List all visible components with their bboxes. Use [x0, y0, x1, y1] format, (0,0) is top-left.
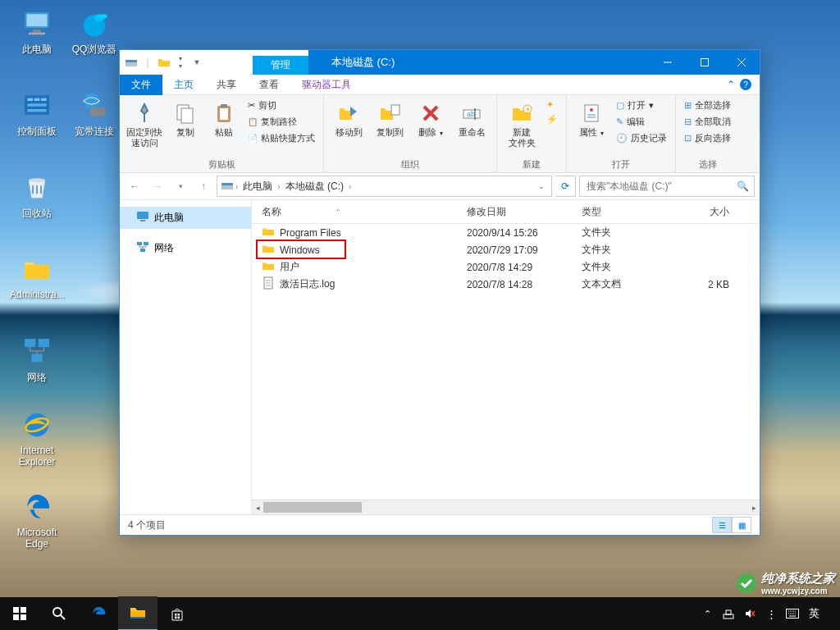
- column-size[interactable]: 大小: [672, 205, 729, 219]
- select-all-button[interactable]: ⊞全部选择: [681, 98, 734, 113]
- cut-button[interactable]: ✂剪切: [244, 98, 318, 113]
- open-button[interactable]: ▢打开 ▾: [613, 98, 670, 113]
- scrollbar-thumb[interactable]: [263, 502, 362, 513]
- chevron-right-icon[interactable]: ›: [235, 182, 238, 191]
- tray-ime-options-icon[interactable]: ⋮: [765, 607, 778, 620]
- move-to-button[interactable]: 移动到: [329, 98, 368, 139]
- taskbar-explorer[interactable]: [118, 596, 158, 630]
- desktop-icon-control-panel[interactable]: 控制面板: [10, 89, 64, 139]
- refresh-button[interactable]: ⟳: [555, 176, 576, 197]
- address-dropdown-icon[interactable]: ⌄: [535, 182, 548, 190]
- file-row[interactable]: 激活日志.log2020/7/8 14:28文本文档2 KB: [252, 276, 760, 293]
- desktop-icon-edge[interactable]: Microsoft Edge: [10, 491, 64, 550]
- back-button[interactable]: ←: [125, 176, 144, 196]
- new-item-button[interactable]: ✦: [543, 98, 561, 112]
- svg-point-13: [84, 93, 100, 109]
- scroll-left-icon[interactable]: ◂: [252, 500, 263, 514]
- column-date[interactable]: 修改日期: [467, 205, 582, 219]
- desktop-icon-ie[interactable]: Internet Explorer: [10, 409, 64, 468]
- file-row[interactable]: 用户2020/7/8 14:29文件夹: [252, 258, 760, 276]
- icons-view-button[interactable]: ▦: [732, 517, 751, 533]
- taskbar-store[interactable]: [158, 597, 197, 630]
- close-button[interactable]: [723, 50, 760, 75]
- svg-point-15: [29, 178, 45, 182]
- tray-ime-indicator[interactable]: 英: [807, 607, 820, 620]
- rename-button[interactable]: ab重命名: [452, 98, 491, 139]
- context-tab-manage[interactable]: 管理: [253, 56, 308, 75]
- folder-icon: [262, 259, 275, 275]
- search-box[interactable]: 🔍: [579, 176, 755, 197]
- invert-selection-button[interactable]: ⊡反向选择: [681, 130, 734, 146]
- tab-home[interactable]: 主页: [162, 75, 205, 95]
- start-button[interactable]: [0, 597, 39, 630]
- search-input[interactable]: [585, 180, 737, 193]
- taskbar-edge[interactable]: [79, 597, 118, 630]
- chevron-right-icon[interactable]: ›: [349, 182, 351, 191]
- copy-button[interactable]: 复制: [166, 98, 205, 139]
- maximize-button[interactable]: [686, 50, 723, 75]
- scroll-right-icon[interactable]: ▸: [748, 500, 760, 514]
- svg-rect-11: [27, 103, 46, 106]
- desktop-icon-label: 网络: [27, 372, 47, 383]
- chevron-right-icon[interactable]: ›: [277, 182, 280, 191]
- titlebar[interactable]: | ▾▾ ▼ 管理 本地磁盘 (C:): [120, 50, 760, 75]
- desktop-icon-this-pc[interactable]: 此电脑: [10, 7, 64, 57]
- tab-share[interactable]: 共享: [205, 75, 248, 95]
- tray-chevron-up-icon[interactable]: ⌃: [701, 607, 714, 620]
- paste-button[interactable]: 粘贴: [207, 98, 241, 139]
- svg-rect-68: [724, 614, 733, 619]
- tab-view[interactable]: 查看: [248, 75, 290, 95]
- rename-icon: ab: [454, 99, 490, 127]
- edit-button[interactable]: ✎编辑: [613, 114, 670, 130]
- desktop-icon-recycle-bin[interactable]: 回收站: [10, 171, 64, 221]
- qq-browser-icon: [78, 7, 111, 39]
- file-name: 激活日志.log: [280, 277, 335, 291]
- properties-button[interactable]: 属性 ▾: [572, 98, 611, 140]
- easy-access-button[interactable]: ⚡: [543, 112, 561, 126]
- column-name[interactable]: 名称⌃: [262, 205, 467, 219]
- horizontal-scrollbar[interactable]: ◂ ▸: [252, 500, 760, 514]
- copy-path-button[interactable]: 📋复制路径: [244, 114, 318, 130]
- copy-to-button[interactable]: 复制到: [370, 98, 409, 139]
- copyto-icon: [372, 99, 408, 127]
- navigation-pane[interactable]: 此电脑 网络: [120, 200, 252, 514]
- details-view-button[interactable]: ☰: [712, 517, 732, 533]
- collapse-ribbon-icon[interactable]: ⌃: [727, 79, 735, 90]
- up-button[interactable]: ↑: [194, 176, 213, 196]
- tray-volume-muted-icon[interactable]: [743, 607, 756, 620]
- taskbar[interactable]: ⌃ ⋮ 英: [0, 597, 840, 630]
- paste-shortcut-button[interactable]: 📄粘贴快捷方式: [244, 130, 318, 146]
- pin-to-quick-access-button[interactable]: 固定到快 速访问: [125, 98, 164, 150]
- tray-network-icon[interactable]: [722, 607, 735, 620]
- column-type[interactable]: 类型: [582, 205, 672, 219]
- desktop-icon-qq-browser[interactable]: QQ浏览器: [67, 7, 121, 57]
- tray-keyboard-icon[interactable]: [786, 607, 799, 620]
- desktop-icon-broadband[interactable]: 宽带连接: [67, 89, 121, 139]
- search-button[interactable]: [39, 597, 79, 630]
- recent-locations-button[interactable]: ▾: [171, 176, 190, 196]
- file-list[interactable]: Program Files2020/9/14 15:26文件夹Windows20…: [252, 224, 760, 500]
- desktop-icon-network[interactable]: 网络: [10, 335, 64, 385]
- nav-network[interactable]: 网络: [120, 237, 251, 259]
- delete-button[interactable]: 删除 ▾: [411, 98, 450, 140]
- history-button[interactable]: 🕘历史记录: [613, 130, 670, 146]
- folder-icon[interactable]: [158, 56, 171, 69]
- select-none-button[interactable]: ⊟全部取消: [681, 114, 734, 130]
- file-row[interactable]: Windows2020/7/29 17:09文件夹: [252, 241, 760, 258]
- desktop-icon-admin[interactable]: Administra...: [10, 253, 64, 300]
- tab-file[interactable]: 文件: [120, 75, 162, 95]
- breadcrumb-this-pc[interactable]: 此电脑: [240, 180, 276, 194]
- search-icon[interactable]: 🔍: [737, 180, 749, 192]
- tab-drive-tools[interactable]: 驱动器工具: [290, 75, 363, 95]
- qat-customize-icon[interactable]: ▼: [190, 56, 203, 69]
- qat-dropdown-icon[interactable]: ▾▾: [174, 56, 187, 69]
- file-row[interactable]: Program Files2020/9/14 15:26文件夹: [252, 224, 760, 241]
- breadcrumb-drive-c[interactable]: 本地磁盘 (C:): [282, 180, 347, 194]
- forward-button[interactable]: →: [148, 176, 167, 196]
- minimize-button[interactable]: [649, 50, 686, 75]
- address-bar[interactable]: › 此电脑 › 本地磁盘 (C:) › ⌄: [217, 176, 552, 197]
- nav-this-pc[interactable]: 此电脑: [120, 207, 251, 229]
- new-folder-button[interactable]: ☀新建 文件夹: [502, 98, 541, 150]
- help-icon[interactable]: ?: [740, 79, 751, 90]
- explorer-window: | ▾▾ ▼ 管理 本地磁盘 (C:) 文件 主页 共享 查看 驱动器工具 ⌃ …: [119, 49, 760, 536]
